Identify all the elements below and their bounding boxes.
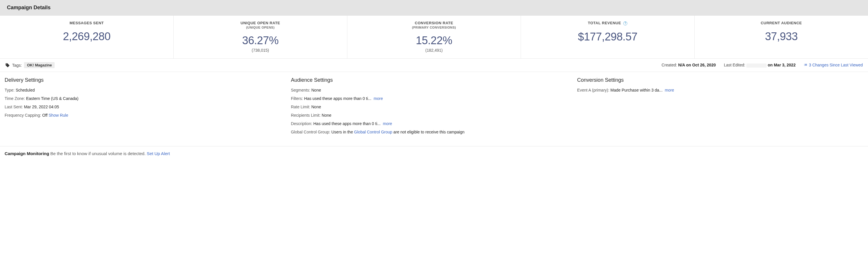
changes-text: 3 Changes Since Last Viewed — [809, 63, 863, 67]
metric-open-rate: UNIQUE OPEN RATE (UNIQUE OPENS) 36.27% (… — [174, 16, 347, 58]
label: Time Zone: — [5, 96, 25, 101]
metric-value: 37,933 — [698, 30, 865, 43]
delivery-heading: Delivery Settings — [5, 77, 284, 83]
value: None — [321, 113, 331, 118]
value: Has used these apps more than 0 ti... — [304, 96, 372, 101]
event-more-link[interactable]: more — [665, 88, 674, 92]
label: Description: — [291, 121, 312, 126]
conversion-heading: Conversion Settings — [577, 77, 857, 83]
tag-chip[interactable]: OK! Magazine — [24, 62, 55, 68]
tag-icon — [5, 63, 10, 68]
help-icon[interactable]: ? — [623, 21, 627, 25]
value: None — [311, 104, 321, 109]
changes-link[interactable]: 3 Changes Since Last Viewed — [804, 63, 863, 67]
value: Has used these apps more than 0 ti... — [313, 121, 380, 126]
metric-value: 36.27% — [177, 34, 344, 47]
metric-total-revenue: TOTAL REVENUE ? $177,298.57 — [521, 16, 694, 58]
meta-row: Tags: OK! Magazine Created: N/A on Oct 2… — [0, 59, 868, 72]
label: Rate Limit: — [291, 104, 310, 109]
metric-title: MESSAGES SENT — [3, 21, 170, 25]
audience-recipients-limit: Recipients Limit: None — [291, 112, 570, 118]
show-rule-link[interactable]: Show Rule — [49, 113, 68, 118]
audience-description: Description: Has used these apps more th… — [291, 121, 570, 127]
last-edited-date: on Mar 3, 2022 — [768, 63, 796, 67]
metric-title: UNIQUE OPEN RATE — [177, 21, 344, 25]
value: Mar 29, 2022 04:05 — [24, 104, 59, 109]
created-value: N/A on Oct 26, 2020 — [678, 63, 716, 67]
metric-value: $177,298.57 — [524, 31, 691, 43]
tags-label: Tags: — [12, 63, 22, 68]
audience-settings: Audience Settings Segments: None Filters… — [291, 77, 577, 137]
page-header: Campaign Details — [0, 0, 868, 16]
gcg-prefix: Users in the — [332, 130, 353, 134]
created-label: Created: — [661, 63, 677, 67]
meta-right: Created: N/A on Oct 26, 2020 Last Edited… — [661, 63, 863, 67]
monitoring-title: Campaign Monitoring — [5, 151, 49, 156]
audience-filters: Filters: Has used these apps more than 0… — [291, 96, 570, 102]
last-edited-info: Last Edited: on Mar 3, 2022 — [724, 63, 796, 67]
set-up-alert-link[interactable]: Set Up Alert — [147, 151, 170, 156]
metric-messages-sent: MESSAGES SENT 2,269,280 — [0, 16, 174, 58]
metric-subtitle: (UNIQUE OPENS) — [177, 26, 344, 29]
campaign-monitoring: Campaign Monitoring Be the first to know… — [0, 147, 868, 161]
value: Eastern Time (US & Canada) — [26, 96, 78, 101]
metric-title-text: TOTAL REVENUE — [588, 21, 621, 25]
metric-value: 2,269,280 — [3, 30, 170, 43]
audience-rate-limit: Rate Limit: None — [291, 104, 570, 110]
metric-subtitle: (PRIMARY CONVERSIONS) — [350, 26, 518, 29]
delivery-settings: Delivery Settings Type: Scheduled Time Z… — [5, 77, 291, 137]
metric-extra: (182,491) — [350, 48, 518, 53]
label: Segments: — [291, 88, 310, 92]
metrics-row: MESSAGES SENT 2,269,280 UNIQUE OPEN RATE… — [0, 16, 868, 59]
label: Frequency Capping: — [5, 113, 41, 118]
list-icon — [804, 63, 808, 67]
label: Event A (primary): — [577, 88, 609, 92]
gcg-suffix: are not eligible to receive this campaig… — [394, 130, 465, 134]
last-edited-user — [746, 64, 767, 68]
metric-extra: (738,015) — [177, 48, 344, 53]
metric-conversion-rate: CONVERSION RATE (PRIMARY CONVERSIONS) 15… — [347, 16, 521, 58]
audience-heading: Audience Settings — [291, 77, 570, 83]
label: Last Sent: — [5, 104, 23, 109]
monitoring-text: Be the first to know if unusual volume i… — [50, 151, 145, 156]
metric-title: TOTAL REVENUE ? — [524, 21, 691, 25]
metric-value: 15.22% — [350, 34, 518, 47]
label: Recipients Limit: — [291, 113, 321, 118]
description-more-link[interactable]: more — [383, 121, 392, 126]
metric-title: CURRENT AUDIENCE — [698, 21, 865, 25]
tags-section: Tags: OK! Magazine — [5, 62, 55, 68]
delivery-freq-capping: Frequency Capping: Off Show Rule — [5, 112, 284, 118]
value: Off — [42, 113, 48, 118]
value: None — [311, 88, 321, 92]
audience-segments: Segments: None — [291, 87, 570, 93]
filters-more-link[interactable]: more — [374, 96, 383, 101]
page-title: Campaign Details — [7, 5, 861, 11]
conversion-event: Event A (primary): Made Purchase within … — [577, 87, 857, 93]
delivery-timezone: Time Zone: Eastern Time (US & Canada) — [5, 96, 284, 102]
label: Type: — [5, 88, 14, 92]
metric-current-audience: CURRENT AUDIENCE 37,933 — [694, 16, 868, 58]
metric-title: CONVERSION RATE — [350, 21, 518, 25]
delivery-type: Type: Scheduled — [5, 87, 284, 93]
value: Made Purchase within 3 da... — [611, 88, 663, 92]
audience-gcg: Global Control Group: Users in the Globa… — [291, 129, 570, 135]
settings-section: Delivery Settings Type: Scheduled Time Z… — [0, 72, 868, 147]
delivery-last-sent: Last Sent: Mar 29, 2022 04:05 — [5, 104, 284, 110]
value: Scheduled — [16, 88, 35, 92]
label: Filters: — [291, 96, 303, 101]
label: Global Control Group: — [291, 130, 330, 134]
gcg-link[interactable]: Global Control Group — [354, 130, 392, 134]
last-edited-label: Last Edited: — [724, 63, 745, 67]
conversion-settings: Conversion Settings Event A (primary): M… — [577, 77, 863, 137]
created-info: Created: N/A on Oct 26, 2020 — [661, 63, 716, 67]
